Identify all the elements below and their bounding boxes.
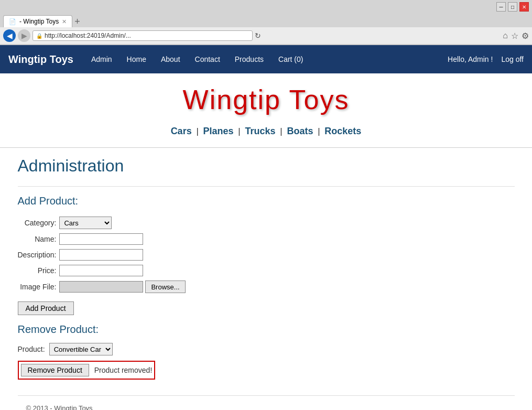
section-separator-1	[18, 186, 515, 187]
price-row: Price:	[18, 263, 189, 278]
site-title: Wingtip Toys	[0, 84, 532, 115]
sep-1: |	[196, 126, 198, 136]
navbar: Wingtip Toys Admin Home About Contact Pr…	[0, 45, 532, 73]
image-row: Image File: Browse...	[18, 278, 189, 295]
nav-link-cart[interactable]: Cart (0)	[271, 47, 310, 72]
category-link-planes[interactable]: Planes	[203, 126, 234, 136]
nav-link-products[interactable]: Products	[227, 47, 271, 72]
nav-brand[interactable]: Wingtip Toys	[8, 53, 73, 66]
logoff-link[interactable]: Log off	[501, 55, 524, 63]
url-text: http://localhost:24019/Admin/...	[45, 32, 131, 39]
category-link-rockets[interactable]: Rockets	[324, 126, 361, 136]
browser-tab[interactable]: 📄 - Wingtip Toys ✕	[3, 15, 72, 27]
nav-link-about[interactable]: About	[154, 47, 188, 72]
hello-text: Hello, Admin !	[448, 55, 493, 63]
forward-button[interactable]: ▶	[18, 29, 30, 42]
product-label: Product:	[18, 345, 45, 353]
sep-4: |	[318, 126, 320, 136]
browser-titlebar: ─ □ ✕	[0, 0, 532, 14]
lock-icon: 🔒	[36, 33, 42, 39]
add-product-section: Add Product: Category: Cars Planes Truck…	[18, 195, 515, 315]
description-label: Description:	[18, 247, 60, 263]
main-content: Administration Add Product: Category: Ca…	[9, 156, 523, 410]
sep-3: |	[280, 126, 282, 136]
add-product-form: Category: Cars Planes Trucks Boats Rocke…	[18, 214, 189, 295]
tab-title: - Wingtip Toys	[19, 18, 59, 25]
product-select-row: Product: Convertible Car Sports Car Rock…	[18, 343, 515, 355]
nav-links: Admin Home About Contact Products Cart (…	[84, 47, 448, 72]
category-select[interactable]: Cars Planes Trucks Boats Rockets	[59, 217, 112, 229]
favorites-icon[interactable]: ☆	[511, 31, 518, 41]
tab-favicon: 📄	[9, 18, 16, 25]
remove-product-title: Remove Product:	[18, 323, 515, 336]
remove-product-button[interactable]: Remove Product	[21, 364, 89, 376]
tab-close-button[interactable]: ✕	[62, 18, 67, 25]
close-button[interactable]: ✕	[519, 2, 529, 12]
add-product-title: Add Product:	[18, 195, 515, 207]
remove-product-section: Remove Product: Product: Convertible Car…	[18, 323, 515, 380]
category-row: Category: Cars Planes Trucks Boats Rocke…	[18, 214, 189, 231]
settings-icon[interactable]: ⚙	[522, 31, 529, 41]
nav-link-contact[interactable]: Contact	[188, 47, 227, 72]
footer-text: © 2013 - Wingtip Toys	[26, 404, 93, 410]
home-icon[interactable]: ⌂	[503, 31, 508, 41]
description-input[interactable]	[59, 249, 143, 261]
page-title: Administration	[18, 156, 515, 176]
price-input[interactable]	[59, 265, 143, 276]
browser-chrome: ─ □ ✕ 📄 - Wingtip Toys ✕ + ◀ ▶ 🔒 http://…	[0, 0, 532, 45]
nav-link-home[interactable]: Home	[120, 47, 154, 72]
add-product-button[interactable]: Add Product	[18, 301, 74, 315]
browse-button[interactable]: Browse...	[145, 280, 185, 293]
category-link-trucks[interactable]: Trucks	[245, 126, 275, 136]
browser-toolbar: ◀ ▶ 🔒 http://localhost:24019/Admin/... ↻…	[0, 27, 532, 45]
maximize-button[interactable]: □	[508, 2, 517, 12]
file-display	[59, 281, 143, 293]
file-input-group: Browse...	[59, 280, 185, 293]
category-link-cars[interactable]: Cars	[171, 126, 192, 136]
product-select[interactable]: Convertible Car Sports Car Rocket Plane	[49, 343, 113, 355]
site-header: Wingtip Toys	[0, 73, 532, 121]
category-link-boats[interactable]: Boats	[287, 126, 313, 136]
page-separator	[0, 147, 532, 148]
footer: © 2013 - Wingtip Toys	[18, 395, 515, 410]
category-label: Category:	[18, 214, 60, 231]
tab-bar: 📄 - Wingtip Toys ✕ +	[0, 14, 532, 27]
address-bar[interactable]: 🔒 http://localhost:24019/Admin/...	[32, 30, 253, 41]
nav-link-admin[interactable]: Admin	[84, 47, 120, 72]
description-row: Description:	[18, 247, 189, 263]
new-tab-button[interactable]: +	[74, 16, 80, 27]
sep-2: |	[238, 126, 240, 136]
minimize-button[interactable]: ─	[496, 2, 506, 12]
removed-message: Product removed!	[94, 366, 153, 374]
back-button[interactable]: ◀	[3, 29, 16, 42]
toolbar-icons: ⌂ ☆ ⚙	[503, 31, 529, 41]
nav-right: Hello, Admin ! Log off	[448, 55, 524, 63]
name-row: Name:	[18, 231, 189, 247]
refresh-button[interactable]: ↻	[255, 31, 261, 40]
category-links: Cars | Planes | Trucks | Boats | Rockets	[0, 121, 532, 147]
price-label: Price:	[18, 263, 60, 278]
name-label: Name:	[18, 231, 60, 247]
image-label: Image File:	[18, 278, 60, 295]
remove-product-wrapper: Remove Product Product removed!	[18, 361, 156, 380]
name-input[interactable]	[59, 233, 143, 245]
